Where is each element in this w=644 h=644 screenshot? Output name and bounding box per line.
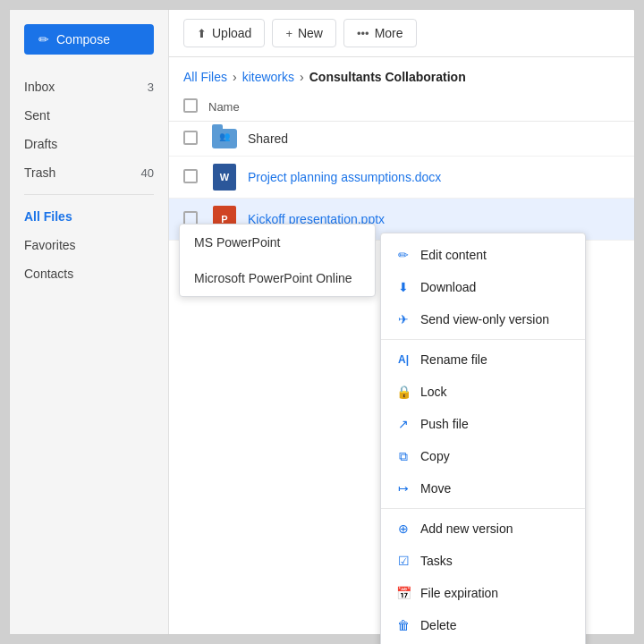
rename-file-icon: A| xyxy=(395,352,411,368)
add-new-version-icon: ⊕ xyxy=(395,521,411,537)
favorites-label: Favorites xyxy=(24,238,154,252)
sidebar-item-all-files[interactable]: All Files xyxy=(10,202,168,231)
copy-label: Copy xyxy=(420,449,450,463)
contacts-label: Contacts xyxy=(24,267,154,281)
push-file-icon: ↗ xyxy=(395,416,411,432)
download-label: Download xyxy=(420,280,476,294)
upload-label: Upload xyxy=(212,26,251,40)
inbox-label: Inbox xyxy=(24,80,148,94)
context-menu-tasks[interactable]: ☑ Tasks xyxy=(381,545,585,577)
context-menu-add-new-version[interactable]: ⊕ Add new version xyxy=(381,513,585,545)
sidebar: ✏ Compose Inbox 3 Sent Drafts Trash 40 A… xyxy=(10,10,169,634)
table-row[interactable]: W Project planning assumptions.docx xyxy=(169,157,634,199)
row-checkbox-shared[interactable] xyxy=(183,131,198,145)
ms-powerpoint-online-label: Microsoft PowerPoint Online xyxy=(194,271,352,285)
pencil-icon: ✏ xyxy=(38,32,49,47)
copy-icon: ⧉ xyxy=(395,448,411,464)
breadcrumb-sep2: › xyxy=(300,70,304,84)
row-checkbox-word[interactable] xyxy=(183,169,198,183)
compose-button[interactable]: ✏ Compose xyxy=(24,24,154,55)
name-column-header: Name xyxy=(208,100,240,114)
app-chooser-ms-powerpoint[interactable]: MS PowerPoint xyxy=(180,225,375,260)
delete-icon: 🗑 xyxy=(395,617,411,633)
compose-label: Compose xyxy=(56,32,110,47)
context-menu-rename-file[interactable]: A| Rename file xyxy=(381,343,585,376)
sidebar-item-favorites[interactable]: Favorites xyxy=(10,231,168,259)
header-checkbox[interactable] xyxy=(183,98,198,113)
word-icon: W xyxy=(208,164,241,191)
table-row[interactable]: 👥 Shared xyxy=(169,122,634,157)
app-chooser-ms-powerpoint-online[interactable]: Microsoft PowerPoint Online xyxy=(180,260,375,296)
breadcrumb: All Files › kiteworks › Consultants Coll… xyxy=(169,57,634,93)
inbox-badge: 3 xyxy=(148,80,154,94)
toolbar: ⬆ Upload + New ••• More xyxy=(169,10,634,57)
drafts-label: Drafts xyxy=(24,137,154,151)
nav-divider-1 xyxy=(24,194,154,195)
delete-label: Delete xyxy=(420,618,456,632)
trash-label: Trash xyxy=(24,165,141,180)
add-new-version-label: Add new version xyxy=(420,521,513,536)
upload-icon: ⬆ xyxy=(197,27,207,40)
rename-file-label: Rename file xyxy=(420,352,487,367)
context-menu-edit-content[interactable]: ✏ Edit content xyxy=(381,239,585,271)
file-expiration-icon: 📅 xyxy=(395,585,411,601)
more-label: More xyxy=(375,26,403,40)
more-button[interactable]: ••• More xyxy=(343,19,417,47)
file-name-word: Project planning assumptions.docx xyxy=(248,170,620,184)
main-content: ⬆ Upload + New ••• More All Files › kite… xyxy=(169,10,634,634)
context-menu-push-file[interactable]: ↗ Push file xyxy=(381,408,585,440)
app-chooser-dropdown: MS PowerPoint Microsoft PowerPoint Onlin… xyxy=(179,224,376,297)
breadcrumb-part2[interactable]: kiteworks xyxy=(242,70,294,84)
push-file-label: Push file xyxy=(420,417,469,431)
context-menu-delete[interactable]: 🗑 Delete xyxy=(381,609,585,634)
sidebar-item-trash[interactable]: Trash 40 xyxy=(10,158,168,187)
new-button[interactable]: + New xyxy=(272,19,336,47)
edit-content-icon: ✏ xyxy=(395,247,411,263)
send-view-only-label: Send view-only version xyxy=(420,312,549,326)
file-name-shared: Shared xyxy=(248,131,620,146)
folder-icon-shared: 👥 xyxy=(208,129,241,148)
file-list-header: Name xyxy=(169,93,634,122)
context-menu-send-view-only[interactable]: ✈ Send view-only version xyxy=(381,303,585,335)
context-menu: ✏ Edit content ⬇ Download ✈ Send view-on… xyxy=(380,233,586,634)
tasks-label: Tasks xyxy=(420,554,453,568)
sidebar-item-contacts[interactable]: Contacts xyxy=(10,259,168,288)
all-files-label: All Files xyxy=(24,209,154,224)
trash-badge: 40 xyxy=(141,166,154,180)
context-menu-move[interactable]: ↦ Move xyxy=(381,472,585,504)
upload-button[interactable]: ⬆ Upload xyxy=(183,19,265,47)
file-expiration-label: File expiration xyxy=(420,586,498,600)
context-menu-lock[interactable]: 🔒 Lock xyxy=(381,376,585,408)
move-label: Move xyxy=(420,481,451,496)
context-menu-copy[interactable]: ⧉ Copy xyxy=(381,440,585,472)
context-divider-2 xyxy=(381,508,585,509)
context-menu-file-expiration[interactable]: 📅 File expiration xyxy=(381,577,585,609)
tasks-icon: ☑ xyxy=(395,553,411,569)
send-view-only-icon: ✈ xyxy=(395,311,411,327)
download-icon: ⬇ xyxy=(395,279,411,295)
lock-label: Lock xyxy=(420,385,447,399)
new-label: New xyxy=(298,26,323,40)
lock-icon: 🔒 xyxy=(395,384,411,400)
breadcrumb-current: Consultants Collaboration xyxy=(309,70,466,84)
folder-people-icon: 👥 xyxy=(219,131,230,141)
context-menu-download[interactable]: ⬇ Download xyxy=(381,271,585,303)
sidebar-item-drafts[interactable]: Drafts xyxy=(10,130,168,158)
breadcrumb-part1[interactable]: All Files xyxy=(183,70,227,84)
plus-icon: + xyxy=(285,27,292,40)
sidebar-item-sent[interactable]: Sent xyxy=(10,101,168,130)
dots-icon: ••• xyxy=(357,27,369,40)
edit-content-label: Edit content xyxy=(420,248,487,262)
context-divider-1 xyxy=(381,339,585,340)
ms-powerpoint-label: MS PowerPoint xyxy=(194,235,280,250)
breadcrumb-sep1: › xyxy=(233,70,237,84)
sidebar-item-inbox[interactable]: Inbox 3 xyxy=(10,72,168,101)
move-icon: ↦ xyxy=(395,480,411,496)
sent-label: Sent xyxy=(24,108,154,123)
